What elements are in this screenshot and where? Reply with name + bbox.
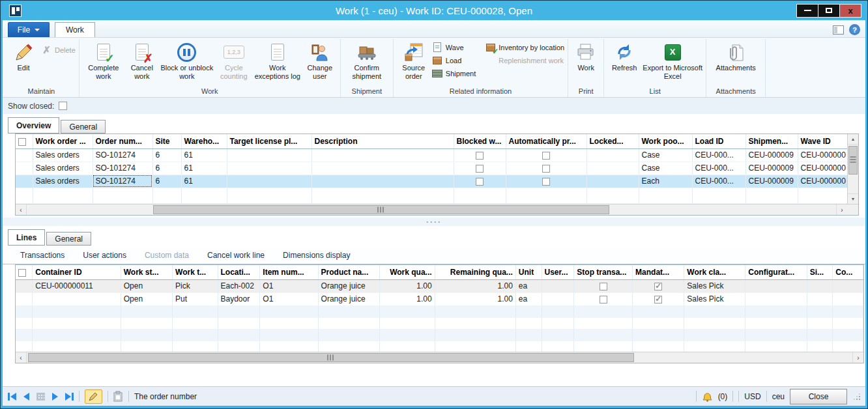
column-header[interactable]: Work poo... <box>639 134 692 148</box>
previous-record-button[interactable] <box>23 393 29 401</box>
column-header[interactable]: Shipmen... <box>745 134 798 148</box>
column-header[interactable]: Container ID <box>33 265 121 279</box>
grid-cell[interactable]: Sales Pick <box>684 292 745 305</box>
grid-cell[interactable] <box>454 162 506 175</box>
scroll-up-icon[interactable]: ▲ <box>848 134 858 145</box>
wave-button[interactable]: Wave <box>432 42 476 53</box>
grid-cell[interactable] <box>807 292 833 305</box>
column-header[interactable]: Co... <box>833 265 863 279</box>
title-bar[interactable]: Work (1 - ceu) - Work ID: CEU-000028, Op… <box>3 1 865 20</box>
select-all-checkbox[interactable] <box>18 269 26 277</box>
grid-cell[interactable]: CEU-000000 <box>798 162 852 175</box>
cell-checkbox[interactable] <box>542 165 550 173</box>
vertical-scrollbar[interactable]: ▲ ▼ <box>847 134 858 204</box>
grid-cell[interactable]: Put <box>173 292 218 305</box>
grid-cell[interactable]: Sales orders <box>33 148 93 162</box>
grid-cell[interactable] <box>542 279 574 292</box>
column-header[interactable]: Locked... <box>586 134 639 148</box>
grid-cell[interactable]: CEU-000000 <box>798 148 852 162</box>
grid-cell[interactable]: SO-101274 <box>93 175 152 188</box>
grid-cell[interactable] <box>807 279 833 292</box>
grid-cell[interactable]: CEU-000009 <box>745 162 798 175</box>
column-header[interactable]: Target license pl... <box>227 134 311 148</box>
complete-work-button[interactable]: ✓ Complete work <box>83 39 124 80</box>
horizontal-scrollbar[interactable]: ‹ › <box>16 204 858 215</box>
help-icon[interactable]: ? <box>849 24 860 35</box>
edit-button[interactable]: Edit <box>7 39 40 72</box>
notification-count[interactable]: (0) <box>718 392 728 401</box>
scroll-left-icon[interactable]: ‹ <box>16 352 27 363</box>
grid-cell[interactable] <box>633 292 684 305</box>
column-header[interactable]: Work cla... <box>684 265 745 279</box>
grid-cell[interactable] <box>311 162 454 175</box>
cancel-work-line-link[interactable]: Cancel work line <box>207 251 265 260</box>
table-row[interactable]: Sales ordersSO-101274661CaseCEU-000...CE… <box>16 162 852 175</box>
grid-cell[interactable]: Pick <box>173 279 218 292</box>
refresh-button[interactable]: Refresh <box>607 39 641 72</box>
shipment-button[interactable]: Shipment <box>432 68 476 79</box>
bell-icon[interactable] <box>702 391 713 402</box>
user-actions-link[interactable]: User actions <box>83 251 126 260</box>
column-header[interactable]: Wareho... <box>181 134 227 148</box>
grid-cell[interactable]: Orange juice <box>318 279 379 292</box>
column-header[interactable]: Work t... <box>173 265 218 279</box>
grid-cell[interactable] <box>633 279 684 292</box>
column-header[interactable]: Order num... <box>93 134 152 148</box>
grid-cell[interactable]: CEU-000000 <box>798 175 852 188</box>
grid-cell[interactable] <box>506 175 586 188</box>
column-header[interactable]: Item num... <box>260 265 318 279</box>
confirm-shipment-button[interactable]: Confirm shipment <box>344 39 390 80</box>
grid-cell[interactable]: 6 <box>152 148 181 162</box>
table-row[interactable]: CEU-000000011OpenPickEach-002O1Orange ju… <box>16 279 863 292</box>
grid-cell[interactable]: 1.00 <box>380 292 435 305</box>
grid-cell[interactable]: SO-101274 <box>93 148 152 162</box>
column-header[interactable]: Stop transa... <box>574 265 633 279</box>
grid-cell[interactable]: CEU-000... <box>692 175 745 188</box>
column-header[interactable]: Work qua... <box>380 265 435 279</box>
work-exceptions-log-button[interactable]: Work exceptions log <box>253 39 302 80</box>
column-header[interactable]: Locati... <box>218 265 260 279</box>
tab-overview[interactable]: Overview <box>8 117 59 134</box>
grid-cell[interactable]: SO-101274 <box>93 162 152 175</box>
grid-cell[interactable] <box>833 292 863 305</box>
scrollbar-thumb[interactable] <box>848 146 858 175</box>
select-all-header[interactable] <box>16 134 33 148</box>
cell-checkbox[interactable] <box>476 152 484 160</box>
grid-cell[interactable]: 6 <box>152 162 181 175</box>
column-header[interactable]: Site <box>152 134 181 148</box>
attachments-button[interactable]: Attachments <box>710 39 762 72</box>
dimensions-display-link[interactable]: Dimensions display <box>283 251 350 260</box>
grid-cell[interactable]: Open <box>121 292 172 305</box>
change-user-button[interactable]: Change user <box>303 39 337 80</box>
scroll-right-icon[interactable]: › <box>836 204 847 215</box>
column-header[interactable]: Load ID <box>692 134 745 148</box>
column-header[interactable]: Product na... <box>318 265 379 279</box>
grid-cell[interactable]: ea <box>515 292 542 305</box>
grid-cell[interactable]: 61 <box>181 162 227 175</box>
table-row[interactable]: Sales ordersSO-101274661CaseCEU-000...CE… <box>16 148 852 162</box>
grid-cell[interactable]: Case <box>639 162 692 175</box>
column-header[interactable]: User... <box>542 265 574 279</box>
last-record-button[interactable] <box>65 393 74 401</box>
grid-cell[interactable] <box>311 175 454 188</box>
grid-cell[interactable]: Sales orders <box>33 162 93 175</box>
grid-cell[interactable] <box>833 279 863 292</box>
grid-cell[interactable]: CEU-000... <box>692 162 745 175</box>
grid-cell[interactable]: Baydoor <box>218 292 260 305</box>
grid-cell[interactable]: O1 <box>260 279 318 292</box>
pane-splitter[interactable] <box>3 218 865 226</box>
table-row[interactable]: OpenPutBaydoorO1Orange juice1.001.00eaSa… <box>16 292 863 305</box>
column-header[interactable]: Mandat... <box>633 265 684 279</box>
grid-cell[interactable]: Case <box>639 148 692 162</box>
scrollbar-thumb[interactable] <box>153 205 609 214</box>
grid-cell[interactable] <box>454 175 506 188</box>
grid-cell[interactable]: CEU-000000011 <box>33 279 121 292</box>
grid-cell[interactable] <box>227 162 311 175</box>
grid-cell[interactable]: ea <box>515 279 542 292</box>
grid-cell[interactable] <box>311 148 454 162</box>
resize-grip[interactable] <box>852 393 860 401</box>
grid-cell[interactable]: CEU-000009 <box>745 148 798 162</box>
grid-cell[interactable]: 1.00 <box>435 292 515 305</box>
grid-cell[interactable] <box>454 148 506 162</box>
transactions-link[interactable]: Transactions <box>20 251 65 260</box>
